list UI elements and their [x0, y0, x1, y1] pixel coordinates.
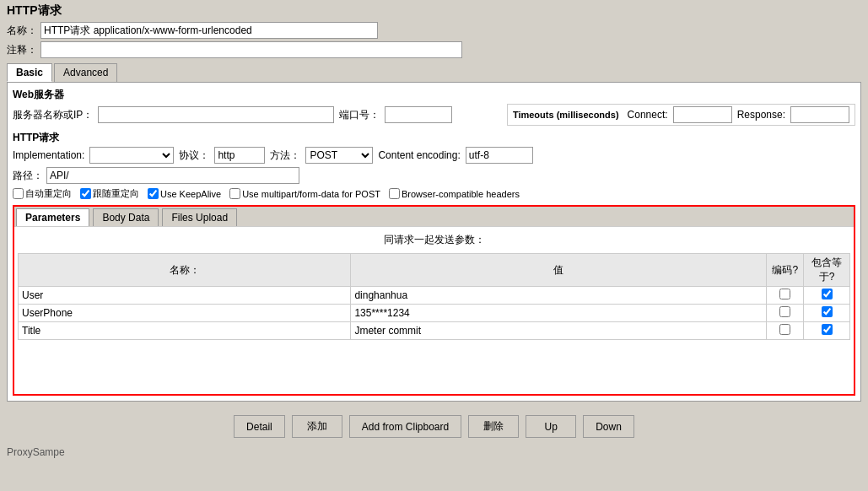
http-request-label: HTTP请求: [13, 131, 855, 145]
row-1-include-checkbox[interactable]: [822, 306, 833, 317]
comment-row: 注释：: [7, 41, 861, 58]
row-2-value: Jmeter commit: [351, 322, 767, 340]
add-button[interactable]: 添加: [292, 415, 342, 438]
follow-redirect-checkbox[interactable]: [80, 188, 91, 199]
browser-headers-label: Browser-compatible headers: [402, 189, 520, 199]
detail-button[interactable]: Detail: [234, 415, 285, 438]
up-button[interactable]: Up: [526, 415, 576, 438]
path-input[interactable]: [46, 167, 299, 184]
row-2-encode-checkbox[interactable]: [779, 324, 790, 335]
row-1-name: UserPhone: [19, 305, 351, 322]
tab-advanced[interactable]: Advanced: [54, 63, 117, 82]
params-tabs-container: Parameters Body Data Files Upload 同请求一起发…: [13, 205, 855, 396]
delete-button[interactable]: 删除: [468, 415, 519, 438]
follow-redirect-label: 跟随重定向: [93, 187, 139, 200]
http-row1: Implementation: 协议： 方法： POST GET Content…: [13, 147, 855, 164]
protocol-input[interactable]: [214, 147, 265, 164]
down-button[interactable]: Down: [583, 415, 634, 438]
connect-label: Connect:: [628, 109, 668, 121]
keep-alive-checkbox-item: Use KeepAlive: [148, 188, 221, 199]
row-0-value: dinghanhua: [351, 287, 767, 305]
name-row: 名称：: [7, 22, 861, 39]
row-2-include-checkbox[interactable]: [822, 324, 833, 335]
table-row: Userdinghanhua: [19, 287, 850, 305]
protocol-label: 协议：: [179, 148, 209, 163]
response-input[interactable]: [790, 106, 849, 123]
panel-title: HTTP请求: [7, 3, 861, 19]
multipart-checkbox-item: Use multipart/form-data for POST: [229, 188, 380, 199]
tab-bar: Basic Advanced: [7, 63, 861, 82]
col-value-header: 值: [351, 254, 767, 287]
port-input[interactable]: [385, 106, 452, 123]
response-label: Response:: [737, 109, 785, 121]
row-1-encode[interactable]: [767, 305, 804, 322]
empty-rows: [18, 340, 850, 391]
web-server-row: 服务器名称或IP： 端口号： Timeouts (milliseconds) C…: [13, 104, 855, 126]
params-content: 同请求一起发送参数： 名称： 值 编码? 包含等于? Us: [14, 227, 854, 394]
row-0-name: User: [19, 287, 351, 305]
timeouts-box: Timeouts (milliseconds) Connect: Respons…: [507, 104, 855, 126]
method-select[interactable]: POST GET: [305, 147, 373, 164]
web-server-section: Web服务器 服务器名称或IP： 端口号： Timeouts (millisec…: [13, 88, 855, 126]
method-label: 方法：: [270, 148, 300, 163]
row-0-include-checkbox[interactable]: [822, 289, 833, 299]
path-row: 路径：: [13, 167, 855, 184]
params-tab-parameters[interactable]: Parameters: [16, 208, 89, 226]
row-0-encode-checkbox[interactable]: [779, 289, 790, 299]
path-label: 路径：: [13, 169, 43, 183]
main-panel: HTTP请求 名称： 注释： Basic Advanced Web服务器 服务器…: [0, 0, 868, 465]
row-1-encode-checkbox[interactable]: [779, 306, 790, 317]
checkboxes-row: 自动重定向 跟随重定向 Use KeepAlive Use multipart/…: [13, 187, 855, 200]
encoding-label: Content encoding:: [378, 149, 460, 161]
impl-select[interactable]: [89, 147, 174, 164]
encoding-input[interactable]: [466, 147, 533, 164]
auto-redirect-checkbox[interactable]: [13, 188, 24, 199]
col-encode-header: 编码?: [767, 254, 804, 287]
http-request-section: HTTP请求 Implementation: 协议： 方法： POST GET …: [13, 131, 855, 184]
impl-label: Implementation:: [13, 149, 84, 161]
row-1-include[interactable]: [804, 305, 850, 322]
tab-basic[interactable]: Basic: [7, 63, 52, 82]
server-input[interactable]: [98, 106, 334, 123]
params-table: 名称： 值 编码? 包含等于? UserdinghanhuaUserPhone1…: [18, 253, 850, 340]
row-0-include[interactable]: [804, 287, 850, 305]
port-label: 端口号：: [339, 108, 380, 122]
bottom-toolbar: Detail 添加 Add from Clipboard 删除 Up Down: [7, 410, 861, 443]
name-input[interactable]: [40, 22, 378, 39]
multipart-label: Use multipart/form-data for POST: [242, 189, 380, 199]
timeouts-label: Timeouts (milliseconds): [513, 110, 619, 120]
keep-alive-checkbox[interactable]: [148, 188, 159, 199]
browser-headers-checkbox-item: Browser-compatible headers: [389, 188, 520, 199]
col-include-header: 包含等于?: [804, 254, 850, 287]
params-tab-bar: Parameters Body Data Files Upload: [14, 207, 854, 227]
web-server-label: Web服务器: [13, 88, 855, 102]
follow-redirect-checkbox-item: 跟随重定向: [80, 187, 139, 200]
params-tab-body[interactable]: Body Data: [93, 208, 159, 226]
name-label: 名称：: [7, 24, 37, 38]
table-row: UserPhone135****1234: [19, 305, 850, 322]
add-clipboard-button[interactable]: Add from Clipboard: [349, 415, 461, 438]
connect-input[interactable]: [673, 106, 732, 123]
auto-redirect-checkbox-item: 自动重定向: [13, 187, 72, 200]
table-row: TitleJmeter commit: [19, 322, 850, 340]
auto-redirect-label: 自动重定向: [25, 187, 72, 200]
params-tab-files[interactable]: Files Upload: [162, 208, 237, 226]
row-2-encode[interactable]: [767, 322, 804, 340]
server-label: 服务器名称或IP：: [13, 108, 93, 122]
row-2-name: Title: [19, 322, 351, 340]
comment-input[interactable]: [40, 41, 462, 58]
tab-content: Web服务器 服务器名称或IP： 端口号： Timeouts (millisec…: [7, 82, 861, 402]
comment-label: 注释：: [7, 43, 37, 57]
params-table-title: 同请求一起发送参数：: [18, 230, 850, 250]
multipart-checkbox[interactable]: [229, 188, 240, 199]
footer-label: ProxySampe: [7, 446, 861, 458]
keep-alive-label: Use KeepAlive: [160, 189, 221, 199]
browser-headers-checkbox[interactable]: [389, 188, 400, 199]
row-0-encode[interactable]: [767, 287, 804, 305]
tabs-container: Basic Advanced Web服务器 服务器名称或IP： 端口号： Tim…: [7, 63, 861, 402]
row-1-value: 135****1234: [351, 305, 767, 322]
col-name-header: 名称：: [19, 254, 351, 287]
row-2-include[interactable]: [804, 322, 850, 340]
